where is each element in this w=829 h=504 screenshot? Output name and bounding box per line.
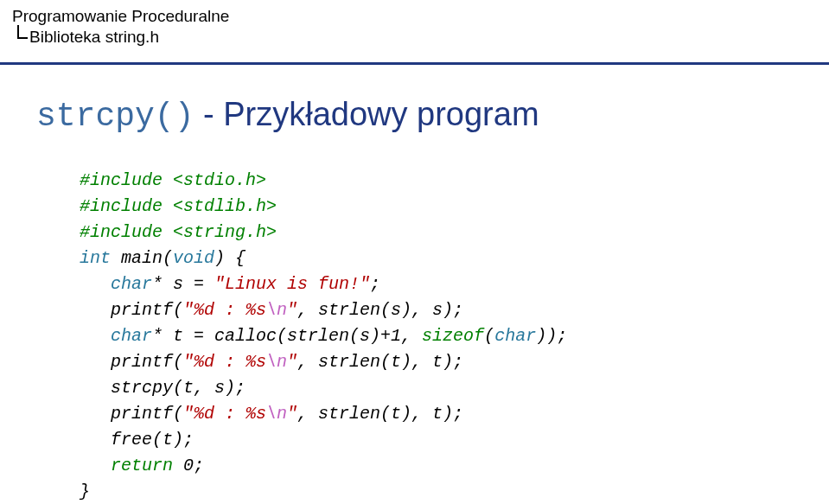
header-sub-wrap: Biblioteka string.h [12, 28, 829, 47]
code-tok: * s = [152, 274, 214, 294]
code-tok: ; [370, 274, 380, 294]
header-subtitle: Biblioteka string.h [29, 28, 159, 47]
code-tok: " [287, 300, 297, 320]
code-tok: char [494, 326, 536, 346]
code-tok [80, 456, 111, 475]
code-tok: \n [266, 352, 287, 372]
title-text: - Przykładowy program [194, 96, 539, 132]
code-tok: " [287, 352, 297, 372]
code-tok: 0; [173, 456, 204, 475]
code-tok: , strlen(t), t); [297, 352, 463, 372]
code-line: #include <stdlib.h> [80, 196, 277, 216]
tree-icon [12, 29, 28, 46]
code-tok: ) { [214, 248, 246, 268]
code-tok: " [287, 404, 297, 424]
code-tok: void [173, 248, 214, 268]
title-code: strcpy() [36, 98, 194, 135]
code-line: #include <string.h> [80, 222, 277, 242]
code-tok: } [80, 482, 90, 501]
code-tok: ( [484, 326, 494, 346]
code-tok: , strlen(t), t); [297, 404, 463, 424]
code-tok: "%d : %s [183, 404, 266, 424]
code-tok: "%d : %s [183, 352, 266, 372]
header-title: Programowanie Proceduralne [12, 7, 829, 26]
code-tok: \n [266, 300, 287, 320]
code-tok: char [111, 274, 152, 294]
horizontal-rule [0, 62, 829, 65]
code-tok: \n [266, 404, 287, 424]
code-line: #include <stdio.h> [80, 170, 266, 190]
code-tok: free(t); [80, 430, 194, 450]
code-tok: printf( [80, 404, 183, 424]
code-tok: )); [536, 326, 567, 346]
code-tok: printf( [80, 300, 183, 320]
slide-title: strcpy() - Przykładowy program [36, 96, 829, 135]
code-tok: char [111, 326, 152, 346]
code-tok: int [80, 248, 111, 268]
code-tok: sizeof [422, 326, 484, 346]
slide-header: Programowanie Proceduralne Biblioteka st… [0, 0, 829, 47]
code-tok: "Linux is fun!" [214, 274, 370, 294]
code-tok: "%d : %s [183, 300, 266, 320]
code-block: #include <stdio.h> #include <stdlib.h> #… [80, 168, 829, 504]
code-tok [80, 274, 111, 294]
code-tok: strcpy(t, s); [80, 378, 246, 398]
code-tok: * t = calloc(strlen(s)+1, [152, 326, 422, 346]
code-tok: , strlen(s), s); [297, 300, 463, 320]
code-tok: printf( [80, 352, 183, 372]
code-tok: main( [111, 248, 173, 268]
code-tok: return [111, 456, 173, 475]
code-tok [80, 326, 111, 346]
